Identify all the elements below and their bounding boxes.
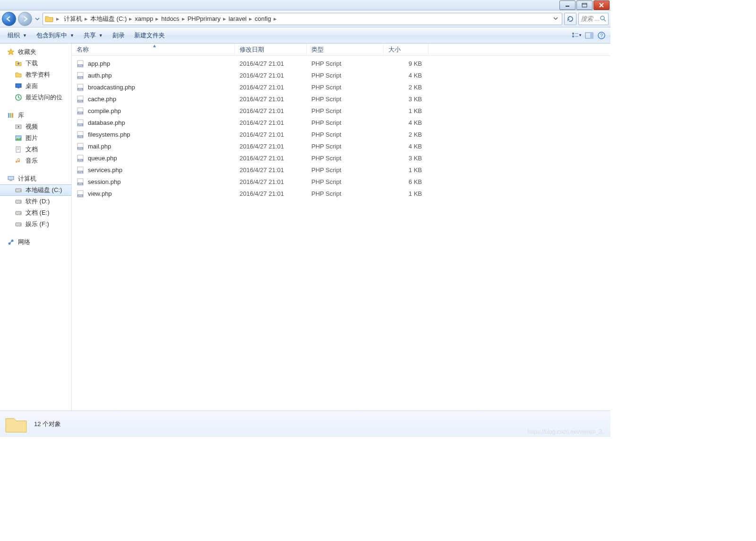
arrow-left-icon [5, 15, 13, 23]
file-list: phpapp.php2016/4/27 21:01PHP Script9 KBp… [72, 56, 610, 410]
help-button[interactable]: ? [596, 30, 607, 41]
sidebar-item[interactable]: 音乐 [0, 155, 71, 166]
file-row[interactable]: phpservices.php2016/4/27 21:01PHP Script… [72, 164, 610, 176]
file-row[interactable]: phpsession.php2016/4/27 21:01PHP Script6… [72, 176, 610, 188]
file-size: 4 KB [384, 143, 429, 150]
forward-button[interactable] [18, 12, 32, 26]
file-row[interactable]: phpmail.php2016/4/27 21:01PHP Script4 KB [72, 140, 610, 152]
file-name: queue.php [88, 155, 117, 162]
view-icon [572, 32, 578, 39]
file-type: PHP Script [307, 72, 384, 79]
sidebar-item[interactable]: 本地磁盘 (C:) [0, 184, 71, 196]
svg-rect-7 [572, 33, 574, 35]
share-menu[interactable]: 共享▼ [80, 29, 107, 42]
file-row[interactable]: phpapp.php2016/4/27 21:01PHP Script9 KB [72, 58, 610, 70]
sidebar-item[interactable]: 视频 [0, 121, 71, 132]
file-row[interactable]: phpcache.php2016/4/27 21:01PHP Script3 K… [72, 93, 610, 105]
address-dropdown[interactable] [551, 15, 560, 22]
back-button[interactable] [2, 12, 16, 26]
svg-line-39 [10, 242, 12, 243]
address-bar[interactable]: ▸ 计算机▸本地磁盘 (C:)▸xampp▸htdocs▸PHPprimary▸… [43, 13, 562, 25]
svg-rect-20 [12, 113, 13, 118]
column-header-date[interactable]: 修改日期 [235, 44, 307, 55]
status-bar: 12 个对象 https://blog.csdn.net/weixin_3... [0, 410, 610, 437]
view-options-button[interactable]: ▼ [572, 30, 582, 41]
preview-pane-icon [585, 32, 593, 39]
sidebar-item[interactable]: 下载 [0, 58, 71, 69]
sidebar-group-header[interactable]: 网络 [0, 236, 71, 248]
svg-rect-27 [8, 176, 14, 180]
sidebar-group-header[interactable]: 库 [0, 110, 71, 121]
svg-point-32 [20, 201, 21, 202]
sidebar-item[interactable]: 软件 (D:) [0, 196, 71, 207]
file-date: 2016/4/27 21:01 [235, 155, 307, 162]
new-folder-button[interactable]: 新建文件夹 [130, 29, 169, 42]
sidebar: 收藏夹下载教学资料桌面最近访问的位 库视频图片文档音乐 计算机本地磁盘 (C:)… [0, 44, 72, 410]
svg-rect-8 [572, 35, 574, 37]
file-name: app.php [88, 60, 110, 67]
watermark-text: https://blog.csdn.net/weixin_3... [528, 428, 607, 435]
chevron-right-icon: ▸ [273, 15, 278, 22]
breadcrumb-item[interactable]: laravel [227, 15, 248, 22]
sidebar-item[interactable]: 桌面 [0, 80, 71, 92]
file-name: filesystems.php [88, 131, 130, 138]
php-file-icon: php [77, 60, 85, 68]
file-name: services.php [88, 166, 122, 174]
file-row[interactable]: phpqueue.php2016/4/27 21:01PHP Script3 K… [72, 152, 610, 164]
search-input[interactable]: 搜索 ... [578, 13, 609, 25]
breadcrumb-item[interactable]: PHPprimary [186, 15, 222, 22]
breadcrumb-item[interactable]: xampp [133, 15, 155, 22]
file-row[interactable]: phpview.php2016/4/27 21:01PHP Script1 KB [72, 188, 610, 200]
breadcrumb-item[interactable]: 计算机 [62, 15, 84, 22]
sidebar-item[interactable]: 最近访问的位 [0, 92, 71, 103]
file-name: mail.php [88, 143, 111, 150]
svg-point-36 [20, 224, 21, 225]
file-row[interactable]: phpcompile.php2016/4/27 21:01PHP Script1… [72, 105, 610, 117]
burn-button[interactable]: 刻录 [109, 29, 129, 42]
php-file-icon: php [77, 143, 85, 150]
search-placeholder: 搜索 ... [581, 15, 600, 23]
minimize-button[interactable] [559, 0, 576, 10]
breadcrumb-item[interactable]: config [253, 15, 273, 22]
sidebar-item[interactable]: 教学资料 [0, 69, 71, 80]
svg-rect-28 [9, 180, 12, 181]
file-row[interactable]: phpbroadcasting.php2016/4/27 21:01PHP Sc… [72, 81, 610, 93]
sidebar-group-header[interactable]: 计算机 [0, 173, 71, 184]
sidebar-item[interactable]: 娱乐 (F:) [0, 218, 71, 230]
sidebar-item[interactable]: 文档 (E:) [0, 207, 71, 218]
svg-rect-16 [17, 87, 19, 88]
organize-menu[interactable]: 组织▼ [4, 29, 31, 42]
php-file-icon: php [77, 84, 85, 91]
svg-text:php: php [78, 76, 83, 79]
sort-indicator-icon: ▲ [152, 43, 157, 48]
file-type: PHP Script [307, 178, 384, 185]
file-name: compile.php [88, 107, 121, 114]
sidebar-group-header[interactable]: 收藏夹 [0, 46, 71, 58]
file-row[interactable]: phpfilesystems.php2016/4/27 21:01PHP Scr… [72, 129, 610, 140]
svg-text:php: php [78, 182, 83, 185]
sidebar-item[interactable]: 图片 [0, 132, 71, 144]
preview-pane-button[interactable] [584, 30, 594, 41]
breadcrumb-item[interactable]: 本地磁盘 (C:) [89, 15, 128, 22]
chevron-right-icon: ▸ [55, 15, 60, 22]
sidebar-item[interactable]: 文档 [0, 144, 71, 155]
column-header-size[interactable]: 大小 [384, 44, 429, 55]
file-type: PHP Script [307, 107, 384, 114]
breadcrumb-item[interactable]: htdocs [160, 15, 180, 22]
maximize-button[interactable] [576, 0, 593, 10]
chevron-right-icon: ▸ [248, 15, 253, 22]
svg-text:php: php [78, 99, 83, 102]
refresh-button[interactable] [564, 13, 576, 25]
svg-text:php: php [78, 87, 83, 90]
column-header-type[interactable]: 类型 [307, 44, 384, 55]
nav-history-dropdown[interactable] [34, 12, 41, 26]
close-button[interactable] [593, 0, 610, 10]
file-row[interactable]: phpauth.php2016/4/27 21:01PHP Script4 KB [72, 70, 610, 81]
file-date: 2016/4/27 21:01 [235, 166, 307, 174]
include-in-library-menu[interactable]: 包含到库中▼ [33, 29, 78, 42]
file-row[interactable]: phpdatabase.php2016/4/27 21:01PHP Script… [72, 117, 610, 129]
file-size: 6 KB [384, 178, 429, 185]
file-name: database.php [88, 119, 125, 126]
file-size: 3 KB [384, 155, 429, 162]
titlebar [0, 0, 610, 10]
